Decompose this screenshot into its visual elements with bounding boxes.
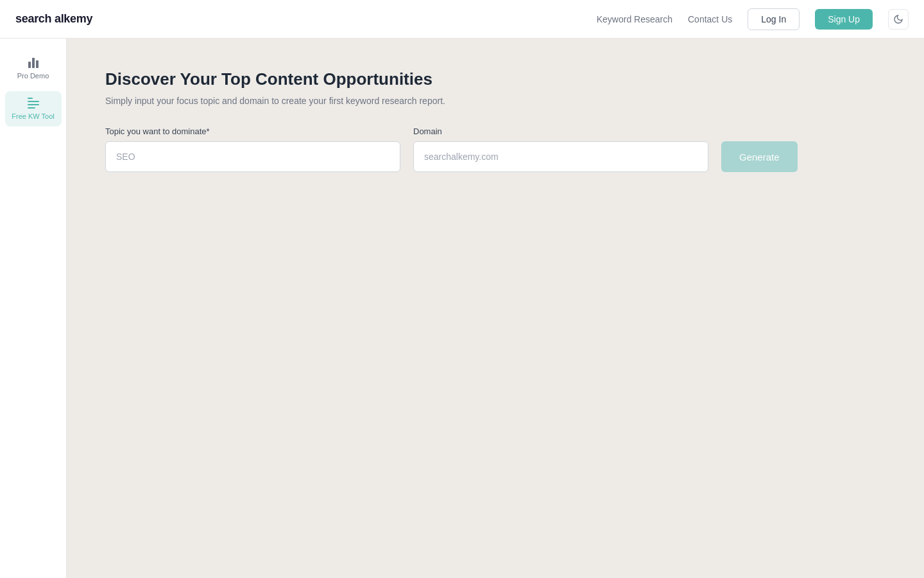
topic-form-group: Topic you want to dominate* bbox=[105, 127, 400, 172]
sidebar-item-pro-demo[interactable]: Pro Demo bbox=[5, 49, 62, 86]
sidebar: Pro Demo Free KW Tool bbox=[0, 39, 67, 578]
domain-input[interactable] bbox=[413, 141, 708, 172]
body-layout: Pro Demo Free KW Tool Discover Your Top … bbox=[0, 39, 924, 578]
domain-form-group: Domain bbox=[413, 127, 708, 172]
login-button[interactable]: Log In bbox=[748, 8, 800, 30]
moon-icon bbox=[893, 14, 903, 24]
navbar-right: Keyword Research Contact Us Log In Sign … bbox=[597, 8, 909, 30]
logo: search alkemy bbox=[15, 12, 92, 26]
list-icon bbox=[28, 98, 39, 109]
contact-us-link[interactable]: Contact Us bbox=[688, 14, 732, 24]
sidebar-item-free-kw-tool[interactable]: Free KW Tool bbox=[5, 91, 62, 127]
page-subtitle: Simply input your focus topic and domain… bbox=[105, 96, 886, 106]
main-content: Discover Your Top Content Opportunities … bbox=[67, 39, 924, 578]
page-title: Discover Your Top Content Opportunities bbox=[105, 69, 886, 89]
sidebar-pro-demo-label: Pro Demo bbox=[17, 72, 49, 80]
theme-toggle-button[interactable] bbox=[888, 9, 909, 30]
topic-label: Topic you want to dominate* bbox=[105, 127, 400, 136]
bar-chart-icon bbox=[28, 55, 38, 68]
keyword-research-link[interactable]: Keyword Research bbox=[597, 14, 672, 24]
form-row: Topic you want to dominate* Domain Gener… bbox=[105, 127, 886, 172]
domain-label: Domain bbox=[413, 127, 708, 136]
signup-button[interactable]: Sign Up bbox=[815, 9, 873, 30]
generate-button[interactable]: Generate bbox=[721, 141, 798, 172]
topic-input[interactable] bbox=[105, 141, 400, 172]
navbar: search alkemy Keyword Research Contact U… bbox=[0, 0, 924, 39]
sidebar-free-kw-tool-label: Free KW Tool bbox=[12, 112, 54, 120]
